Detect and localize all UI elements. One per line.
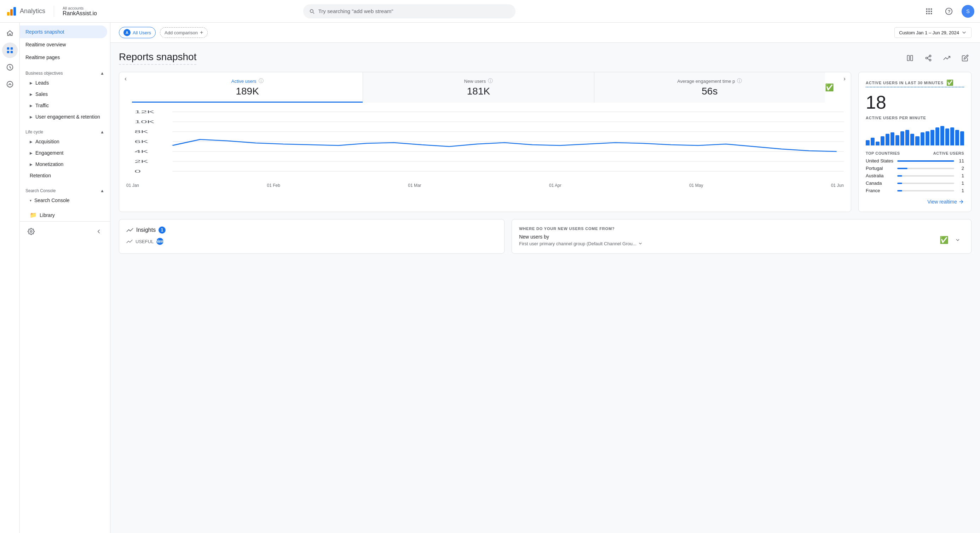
date-range-label: Custom Jan 1 – Jun 29, 2024 <box>899 30 959 35</box>
svg-rect-0 <box>7 12 10 16</box>
nav-item-library[interactable]: 📁 Library <box>20 209 107 221</box>
metrics-check-icon: ✅ <box>825 83 834 92</box>
svg-rect-22 <box>911 56 913 61</box>
country-row: Canada 1 <box>866 180 964 186</box>
nav-item-acquisition[interactable]: ▶ Acquisition <box>20 136 107 147</box>
nav-item-engagement[interactable]: ▶ Engagement <box>20 147 107 159</box>
active-users-header: ACTIVE USERS <box>933 151 964 155</box>
view-realtime-button[interactable]: View realtime <box>866 199 964 205</box>
nav-item-reports-snapshot[interactable]: Reports snapshot <box>20 25 107 38</box>
engagement-time-label: Average engagement time p <box>677 79 735 84</box>
new-users-dropdown-button[interactable] <box>951 234 964 246</box>
sidebar-item-explore[interactable] <box>2 59 18 75</box>
arrow-right-icon <box>958 199 964 205</box>
country-bar <box>897 190 902 191</box>
mini-bar-item <box>900 131 904 145</box>
svg-rect-16 <box>7 51 9 53</box>
columns-button[interactable] <box>904 52 916 64</box>
nav-item-monetization[interactable]: ▶ Monetization <box>20 159 107 170</box>
country-count: 1 <box>957 173 964 178</box>
date-range-button[interactable]: Custom Jan 1 – Jun 29, 2024 <box>894 27 972 38</box>
mini-bar-item <box>910 134 914 145</box>
svg-line-27 <box>927 56 929 57</box>
country-row: Australia 1 <box>866 173 964 178</box>
search-input[interactable] <box>318 8 510 14</box>
help-icon-button[interactable]: ? <box>942 4 956 18</box>
svg-text:12K: 12K <box>134 110 154 114</box>
dropdown-icon <box>955 237 961 243</box>
mini-bar-item <box>935 127 939 145</box>
section-life-cycle[interactable]: Life cycle ▲ <box>20 125 110 136</box>
new-users-label: New users <box>464 79 486 84</box>
left-nav: Reports snapshot Realtime overview Realt… <box>20 23 110 533</box>
metrics-next-button[interactable]: › <box>838 72 851 85</box>
country-bar <box>897 160 954 162</box>
mini-bar-item <box>931 130 934 145</box>
svg-rect-5 <box>931 8 932 10</box>
x-label-may: 01 May <box>689 183 703 188</box>
nav-item-sales[interactable]: ▶ Sales <box>20 89 107 100</box>
chevron-left-icon <box>95 228 102 235</box>
nav-divider <box>54 6 54 17</box>
sidebar-item-reports[interactable] <box>2 43 18 58</box>
engagement-chevron-icon-2: ▶ <box>30 151 33 155</box>
nav-item-leads[interactable]: ▶ Leads <box>20 77 107 89</box>
mini-bar-item <box>940 126 944 145</box>
collapse-nav-button[interactable] <box>93 226 104 237</box>
realtime-check-icon: ✅ <box>947 79 954 86</box>
nav-spacer-3 <box>20 181 110 184</box>
mini-bar-item <box>915 136 919 145</box>
section-business-objectives[interactable]: Business objectives ▲ <box>20 67 110 77</box>
realtime-card: ACTIVE USERS IN LAST 30 MINUTES ✅ 18 ACT… <box>858 72 972 212</box>
mini-bar-item <box>926 131 929 145</box>
mini-bar-item <box>881 136 885 145</box>
svg-rect-6 <box>926 11 928 12</box>
metric-tab-new-users[interactable]: New users ⓘ 181K <box>363 72 593 103</box>
add-comparison-label: Add comparison <box>164 30 198 35</box>
mini-bar-item <box>871 138 875 145</box>
traffic-chevron-icon: ▶ <box>30 104 33 108</box>
top-nav: Analytics All accounts RankAssist.io ? S <box>0 0 980 23</box>
country-count: 2 <box>957 165 964 171</box>
user-avatar[interactable]: S <box>962 5 974 18</box>
apps-icon-button[interactable] <box>922 4 936 18</box>
nav-item-traffic[interactable]: ▶ Traffic <box>20 100 107 111</box>
library-icon: 📁 <box>30 212 37 218</box>
trending-button[interactable] <box>940 52 953 64</box>
search-console-chevron-icon: ▾ <box>30 199 32 202</box>
section-search-console[interactable]: Search Console ▲ <box>20 184 110 195</box>
metrics-row: ‹ Active users ⓘ 189K <box>119 72 851 103</box>
metric-tab-engagement-time[interactable]: Average engagement time p ⓘ 56s <box>594 72 825 103</box>
where-title: WHERE DO YOUR NEW USERS COME FROM? <box>519 226 964 231</box>
nav-item-realtime-pages[interactable]: Realtime pages <box>20 51 107 64</box>
insights-icon <box>126 226 134 234</box>
cards-row: ‹ Active users ⓘ 189K <box>119 72 972 212</box>
search-bar[interactable] <box>303 4 515 18</box>
segment-chip[interactable]: A All Users <box>119 27 156 38</box>
metric-tab-active-users[interactable]: Active users ⓘ 189K <box>132 72 363 103</box>
settings-button[interactable] <box>25 226 37 237</box>
metrics-prev-button[interactable]: ‹ <box>119 72 132 85</box>
svg-rect-21 <box>907 56 910 61</box>
insights-title: Insights <box>136 227 156 233</box>
engagement-chevron-icon: ▶ <box>30 115 33 119</box>
sidebar-item-home[interactable] <box>2 25 18 41</box>
svg-rect-15 <box>10 48 13 49</box>
nav-item-realtime-overview[interactable]: Realtime overview <box>20 38 107 51</box>
mini-bar-chart <box>866 124 964 145</box>
analytics-logo-icon <box>6 6 17 17</box>
chevron-up-icon: ▲ <box>100 71 104 76</box>
logo[interactable]: Analytics <box>6 6 45 17</box>
all-accounts-label: All accounts <box>63 6 97 10</box>
nav-item-user-engagement[interactable]: ▶ User engagement & retention <box>20 111 107 123</box>
nav-item-retention[interactable]: Retention <box>20 170 107 181</box>
svg-text:6K: 6K <box>134 140 148 144</box>
settings-icon <box>28 228 35 235</box>
share-button[interactable] <box>922 52 935 64</box>
nav-item-search-console[interactable]: ▾ Search Console <box>20 195 107 206</box>
sidebar-item-advertising[interactable] <box>2 76 18 92</box>
edit-button[interactable] <box>959 52 972 64</box>
add-comparison-button[interactable]: Add comparison + <box>160 27 208 38</box>
metrics-check-area: ✅ <box>825 72 838 103</box>
search-icon <box>309 8 315 14</box>
